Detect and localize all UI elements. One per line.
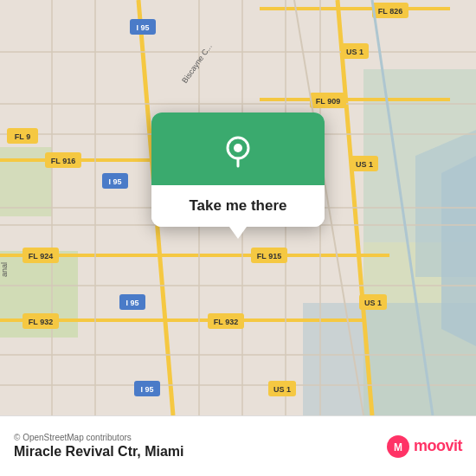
svg-text:US 1: US 1 bbox=[346, 48, 363, 56]
svg-text:FL 909: FL 909 bbox=[316, 97, 340, 106]
svg-text:I 95: I 95 bbox=[136, 23, 149, 32]
svg-text:FL 924: FL 924 bbox=[29, 252, 53, 261]
svg-text:FL 915: FL 915 bbox=[257, 252, 281, 261]
svg-text:US 1: US 1 bbox=[356, 160, 373, 169]
svg-text:M: M bbox=[394, 441, 402, 453]
take-me-there-button[interactable]: Take me there bbox=[151, 185, 325, 227]
moovit-logo-icon: M bbox=[386, 434, 410, 459]
location-name: Miracle Revival Ctr, Miami bbox=[14, 444, 184, 460]
svg-text:US 1: US 1 bbox=[273, 385, 291, 394]
svg-text:FL 932: FL 932 bbox=[214, 318, 238, 326]
moovit-logo: M moovit bbox=[386, 434, 462, 459]
svg-text:FL 9: FL 9 bbox=[15, 132, 30, 141]
location-pin-icon bbox=[219, 132, 257, 170]
svg-text:I 95: I 95 bbox=[140, 385, 153, 394]
bottom-info-bar: © OpenStreetMap contributors Miracle Rev… bbox=[0, 415, 476, 476]
popup-tail bbox=[229, 227, 247, 239]
location-popup: Take me there bbox=[151, 113, 325, 227]
svg-text:I 95: I 95 bbox=[108, 177, 121, 186]
svg-text:FL 916: FL 916 bbox=[51, 157, 75, 165]
location-info: © OpenStreetMap contributors Miracle Rev… bbox=[14, 433, 184, 460]
map-attribution: © OpenStreetMap contributors bbox=[14, 433, 184, 442]
svg-text:US 1: US 1 bbox=[364, 299, 382, 307]
moovit-brand-text: moovit bbox=[414, 437, 462, 455]
svg-text:I 95: I 95 bbox=[125, 299, 138, 307]
svg-rect-2 bbox=[0, 147, 52, 216]
svg-text:FL 932: FL 932 bbox=[29, 318, 53, 326]
svg-text:anal: anal bbox=[0, 262, 9, 277]
map-view: FL 9 FL 916 FL 924 FL 932 FL 932 I 95 I … bbox=[0, 0, 476, 415]
svg-point-67 bbox=[234, 144, 242, 152]
svg-text:FL 826: FL 826 bbox=[378, 7, 402, 16]
popup-header bbox=[151, 113, 325, 185]
